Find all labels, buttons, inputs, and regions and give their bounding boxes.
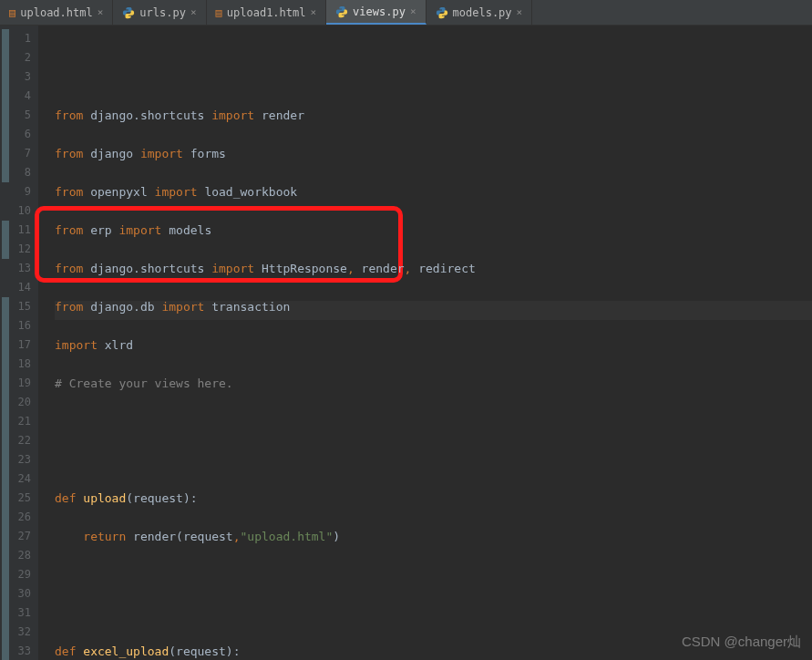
line-number: 9 <box>16 182 31 201</box>
line-number: 13 <box>16 259 31 278</box>
line-number: 22 <box>16 431 31 450</box>
line-number: 17 <box>16 335 31 355</box>
tab-upload-html[interactable]: ▤ upload.html × <box>0 0 113 25</box>
line-number: 30 <box>16 584 31 603</box>
line-number: 25 <box>16 489 31 508</box>
editor[interactable]: 1234567891011121314151617181920212223242… <box>0 26 812 660</box>
line-number: 1 <box>16 29 31 48</box>
tab-views-py[interactable]: views.py × <box>326 0 426 25</box>
line-number: 32 <box>16 623 31 642</box>
vcs-marker <box>2 221 9 259</box>
html-icon: ▤ <box>216 6 222 19</box>
tab-upload1-html[interactable]: ▤ upload1.html × <box>207 0 327 25</box>
vcs-marker <box>2 297 9 660</box>
line-number: 3 <box>16 67 31 87</box>
line-number: 21 <box>16 412 31 431</box>
tab-label: views.py <box>353 5 406 18</box>
close-icon[interactable]: × <box>190 6 197 18</box>
tab-label: upload1.html <box>227 6 306 19</box>
line-number: 6 <box>16 125 31 144</box>
close-icon[interactable]: × <box>410 5 416 17</box>
line-number: 20 <box>16 393 31 412</box>
tab-models-py[interactable]: models.py × <box>427 0 533 25</box>
line-number: 10 <box>16 201 31 221</box>
vcs-marker <box>2 29 9 182</box>
line-number: 19 <box>16 374 31 393</box>
tab-label: upload.html <box>20 6 92 19</box>
line-number-gutter: 1234567891011121314151617181920212223242… <box>0 26 38 660</box>
line-number: 16 <box>16 316 31 335</box>
line-number: 33 <box>16 642 31 660</box>
close-icon[interactable]: × <box>98 6 104 18</box>
line-number: 29 <box>16 565 31 584</box>
line-number: 26 <box>16 508 31 527</box>
python-icon <box>122 6 135 19</box>
python-icon <box>436 6 448 19</box>
close-icon[interactable]: × <box>310 6 316 18</box>
python-icon <box>335 5 348 18</box>
line-number: 31 <box>16 603 31 623</box>
line-number: 5 <box>16 106 31 125</box>
line-number: 14 <box>16 278 31 297</box>
code-area[interactable]: from django.shortcuts import render from… <box>38 26 812 660</box>
tab-bar: ▤ upload.html × urls.py × ▤ upload1.html… <box>0 0 812 26</box>
line-number: 11 <box>16 221 31 240</box>
line-number: 23 <box>16 450 31 469</box>
line-number: 2 <box>16 48 31 67</box>
line-number: 7 <box>16 144 31 163</box>
line-number: 8 <box>16 163 31 182</box>
close-icon[interactable]: × <box>517 6 523 18</box>
line-number: 18 <box>16 355 31 374</box>
html-icon: ▤ <box>9 6 15 19</box>
line-number: 15 <box>16 297 31 316</box>
tab-urls-py[interactable]: urls.py × <box>113 0 206 25</box>
line-number: 12 <box>16 240 31 259</box>
line-number: 28 <box>16 546 31 565</box>
tab-label: urls.py <box>139 6 186 19</box>
line-number: 4 <box>16 87 31 106</box>
tab-label: models.py <box>453 6 512 19</box>
line-number: 27 <box>16 527 31 546</box>
line-number: 24 <box>16 469 31 489</box>
